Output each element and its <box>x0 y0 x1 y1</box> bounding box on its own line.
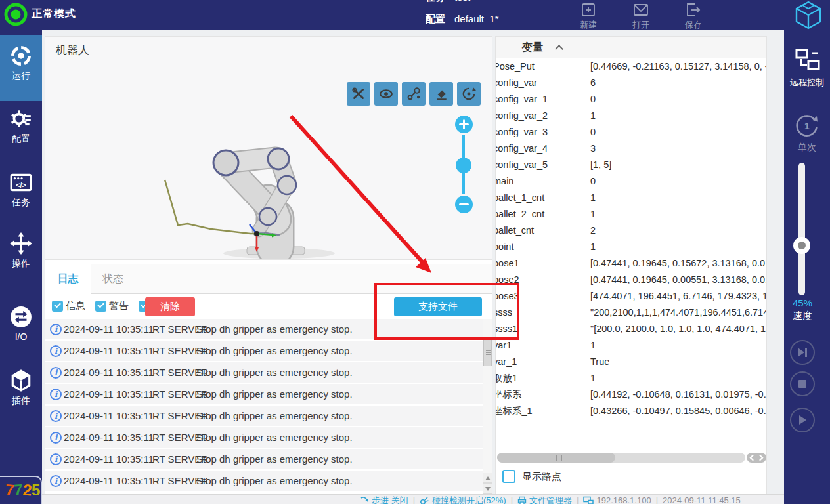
variable-row[interactable]: Pose_Put [0.44669, -0.21163, 0.15127, 3.… <box>496 58 766 75</box>
variable-row[interactable]: config_var_3 0 <box>496 124 766 140</box>
remote-control-icon <box>794 48 820 73</box>
zoom-out-button[interactable] <box>455 196 473 213</box>
variable-row[interactable]: pallet_cnt 2 <box>496 222 766 239</box>
log-row[interactable]: i 2024-09-11 10:35:11 RT SERVER Stop dh … <box>45 406 483 427</box>
variable-value: "200,2100,1,1,1,474.4071,196.4451,6.714 <box>590 304 766 321</box>
variable-value: 0 <box>590 91 766 108</box>
variable-name: config_var_3 <box>495 124 585 140</box>
variable-row[interactable]: point 1 <box>496 239 766 255</box>
scroll-down-button[interactable] <box>483 483 492 494</box>
filter-info-checkbox[interactable] <box>52 301 63 312</box>
log-row[interactable]: i 2024-09-11 10:35:11 RT SERVER Stop dh … <box>45 427 483 449</box>
sidebar-item-run[interactable]: 运行 <box>0 44 42 82</box>
variable-name: pose1 <box>495 255 585 272</box>
play-button[interactable] <box>790 408 815 432</box>
remote-control-button[interactable]: 远程控制 <box>788 48 826 89</box>
single-cycle-label: 单次 <box>788 142 826 154</box>
gear-icon <box>9 107 33 131</box>
variable-row[interactable]: pose1 [0.47441, 0.19645, 0.15672, 3.1316… <box>496 255 766 272</box>
variable-row[interactable]: config_var_1 0 <box>496 91 766 108</box>
variable-value: 0 <box>590 173 766 190</box>
log-row[interactable]: i 2024-09-11 10:35:11 RT SERVER Stop dh … <box>45 362 483 384</box>
log-scrollbar-track[interactable] <box>483 319 492 494</box>
variable-row[interactable]: var_1 True <box>496 354 766 370</box>
collision-detect-status[interactable]: 碰撞检测开启(52%) <box>420 495 506 504</box>
scroll-up-button[interactable] <box>483 472 492 483</box>
show-waypoints-checkbox[interactable] <box>502 470 515 483</box>
variable-row[interactable]: 坐标系 [0.44192, -0.10648, 0.16131, 0.01975… <box>496 387 766 403</box>
new-button[interactable]: 新建 <box>569 1 608 30</box>
variables-hscroll-buttons[interactable] <box>747 453 766 463</box>
variable-row[interactable]: ssss "200,2100,1,1,1,474.4071,196.4451,6… <box>496 304 766 321</box>
filter-warning-checkbox[interactable] <box>95 301 106 312</box>
log-scrollbar-thumb[interactable] <box>483 337 492 366</box>
variable-row[interactable]: config_var_2 1 <box>496 108 766 124</box>
variable-row[interactable]: config_var 6 <box>496 75 766 91</box>
collision-icon <box>420 496 429 504</box>
zoom-slider-handle[interactable] <box>456 158 471 173</box>
support-file-button[interactable]: 支持文件 <box>394 297 482 316</box>
variable-row[interactable]: 坐标系_1 [0.43266, -0.10497, 0.15845, 0.006… <box>496 403 766 419</box>
variable-value: 1 <box>590 108 766 124</box>
status-bar: 步进 关闭 | 碰撞检测开启(52%) | 文件管理器 | 192.168.1.… <box>42 494 784 504</box>
step-forward-button[interactable] <box>790 340 815 365</box>
speed-slider-track[interactable] <box>798 163 805 295</box>
variable-row[interactable]: config_var_5 [1, 5] <box>496 157 766 173</box>
log-row[interactable]: i 2024-09-11 10:35:11 RT SERVER Stop dh … <box>45 319 483 341</box>
log-list[interactable]: i 2024-09-11 10:35:11 RT SERVER Stop dh … <box>45 319 483 494</box>
variable-row[interactable]: pallet_2_cnt 1 <box>496 206 766 222</box>
robot-3d-view[interactable] <box>46 60 492 259</box>
code-digit: 2 <box>22 480 32 499</box>
variables-hscrollbar-thumb[interactable] <box>497 453 615 463</box>
sidebar-item-plugin[interactable]: 插件 <box>0 369 42 407</box>
variables-table[interactable]: Pose_Put [0.44669, -0.21163, 0.15127, 3.… <box>496 58 766 419</box>
tab-log[interactable]: 日志 <box>45 264 91 294</box>
filter-warning-label: 警告 <box>109 300 129 312</box>
variable-row[interactable]: pose3 [474.4071, 196.4451, 6.7146, 179.4… <box>496 288 766 304</box>
variables-header[interactable]: 变量 <box>496 37 766 58</box>
mode-status-icon <box>3 1 28 30</box>
log-row[interactable]: i 2024-09-11 10:35:11 RT SERVER Stop dh … <box>45 449 483 471</box>
single-cycle-button[interactable]: 1 单次 <box>788 112 826 154</box>
remote-control-label: 远程控制 <box>788 77 826 89</box>
variable-name: 坐标系_1 <box>495 403 585 419</box>
log-row[interactable]: i 2024-09-11 10:35:11 RT SERVER Stop dh … <box>45 341 483 362</box>
variable-name: config_var_2 <box>495 108 585 124</box>
config-line: 配置default_1* <box>426 13 499 26</box>
variable-row[interactable]: ssss1 "[200.0, 2100.0, 1.0, 1.0, 1.0, 47… <box>496 321 766 337</box>
log-timestamp: 2024-09-11 10:35:11 <box>64 324 154 335</box>
new-button-label: 新建 <box>569 19 608 30</box>
svg-text:</>: </> <box>16 181 26 189</box>
variable-row[interactable]: var1 1 <box>496 337 766 354</box>
variable-row[interactable]: pallet_1_cnt 1 <box>496 190 766 206</box>
variables-hscrollbar-track[interactable] <box>497 453 745 463</box>
clear-log-button[interactable]: 清除 <box>145 297 195 316</box>
file-manager-link[interactable]: 文件管理器 <box>517 495 572 504</box>
stop-button[interactable] <box>790 371 815 396</box>
open-button[interactable]: 打开 <box>621 1 661 30</box>
tab-status[interactable]: 状态 <box>91 264 135 294</box>
sidebar-item-task[interactable]: </> 任务 <box>0 171 42 209</box>
zoom-in-button[interactable] <box>455 116 473 133</box>
save-button[interactable]: 保存 <box>674 1 713 30</box>
sidebar-item-operate[interactable]: 操作 <box>0 232 42 270</box>
variable-row[interactable]: pose2 [0.47441, 0.19645, 0.00551, 3.1316… <box>496 272 766 288</box>
mode-label: 正常模式 <box>32 0 76 28</box>
log-row[interactable]: i 2024-09-11 10:35:11 RT SERVER Stop dh … <box>45 471 483 492</box>
sidebar-item-label: 配置 <box>0 133 42 145</box>
info-icon: i <box>50 432 62 444</box>
column-divider <box>590 39 590 56</box>
variable-row[interactable]: main 0 <box>496 173 766 190</box>
step-mode-status[interactable]: 步进 关闭 <box>360 495 408 504</box>
variable-value: [1, 5] <box>590 157 766 173</box>
variable-row[interactable]: 取放1 1 <box>496 370 766 387</box>
sidebar-item-config[interactable]: 配置 <box>0 107 42 145</box>
variable-name: 坐标系 <box>495 387 585 403</box>
app-window: { "header": { "mode": "正常模式", "task_labe… <box>0 0 830 504</box>
variable-name: Pose_Put <box>495 58 585 75</box>
variable-row[interactable]: config_var_4 3 <box>496 140 766 157</box>
log-row[interactable]: i 2024-09-11 10:35:11 RT SERVER Stop dh … <box>45 384 483 406</box>
speed-slider-handle[interactable] <box>793 237 810 254</box>
variable-name: config_var_1 <box>495 91 585 108</box>
sidebar-item-io[interactable]: I/O <box>0 305 42 342</box>
